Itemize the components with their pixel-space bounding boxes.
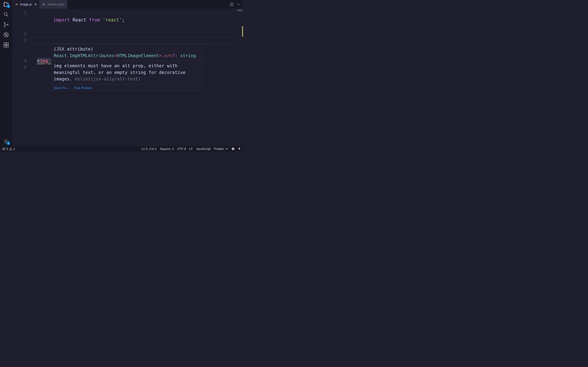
status-prettier[interactable]: Prettier: ✔	[214, 147, 228, 151]
svg-point-11	[43, 4, 44, 5]
svg-point-15	[240, 4, 240, 5]
extensions-icon[interactable]	[3, 42, 9, 48]
dirty-indicator-icon	[35, 3, 36, 5]
hover-widget: (JSX attribute) React.ImgHTMLAttributes<…	[51, 44, 204, 92]
hover-lint-message: img elements must have an alt prop, eith…	[51, 61, 204, 84]
status-bar: 0 1 Ln 5, Col 1 Spaces: 2 UTF-8 LF JavaS…	[0, 146, 243, 152]
svg-point-14	[238, 4, 239, 5]
json-file-icon	[42, 3, 45, 6]
svg-rect-8	[6, 45, 8, 47]
svg-point-18	[232, 148, 233, 149]
source-control-icon[interactable]	[3, 22, 9, 28]
status-language[interactable]: JavaScript	[196, 147, 211, 151]
tab-label: Image.js	[20, 3, 32, 6]
status-encoding[interactable]: UTF-8	[177, 147, 186, 151]
svg-rect-5	[4, 43, 6, 45]
search-icon[interactable]	[3, 12, 9, 17]
js-file-icon: JS	[15, 3, 18, 6]
svg-point-9	[5, 141, 7, 142]
settings-badge: 1	[7, 142, 10, 145]
quick-fix-link[interactable]: Quick Fix…	[54, 86, 70, 90]
svg-point-3	[7, 24, 8, 25]
tab-image-js[interactable]: JS Image.js	[12, 0, 39, 9]
tab-eslintrc[interactable]: .eslintrc.json	[39, 0, 68, 9]
svg-point-0	[4, 13, 7, 16]
current-line-highlight	[32, 37, 233, 44]
status-bell-icon[interactable]	[238, 147, 241, 150]
debug-disabled-icon[interactable]	[3, 32, 9, 38]
svg-point-1	[4, 22, 5, 23]
svg-point-19	[233, 148, 234, 149]
status-feedback-icon[interactable]	[232, 147, 235, 150]
line-number: 5	[12, 64, 32, 71]
settings-icon[interactable]: 1	[3, 138, 9, 144]
hover-signature: (JSX attribute) React.ImgHTMLAttributes<…	[51, 44, 204, 61]
tab-label: .eslintrc.json	[47, 3, 65, 6]
minimap-region	[237, 9, 242, 11]
hover-actions: Quick Fix… Peek Problem	[51, 84, 204, 92]
status-eol[interactable]: LF	[189, 147, 193, 151]
activity-bar: 1 1	[0, 0, 12, 146]
svg-point-17	[232, 148, 234, 150]
status-cursor-position[interactable]: Ln 5, Col 1	[142, 147, 157, 151]
overview-ruler-warning	[242, 26, 243, 37]
line-number: 4	[12, 58, 32, 64]
svg-point-13	[237, 4, 238, 5]
minimap[interactable]	[233, 9, 243, 146]
split-editor-icon[interactable]	[230, 2, 234, 6]
line-number: 1	[12, 10, 32, 30]
status-problems[interactable]: 0 1	[2, 147, 15, 151]
line-number: 2	[12, 30, 32, 37]
editor-tabs: JS Image.js .eslintrc.json	[12, 0, 243, 9]
svg-rect-7	[4, 45, 6, 47]
explorer-icon[interactable]: 1	[3, 1, 9, 7]
explorer-badge: 1	[7, 5, 10, 8]
code-editor[interactable]: 1 import React from 'react'; 2 3 export …	[12, 9, 243, 146]
status-indentation[interactable]: Spaces: 2	[160, 147, 174, 151]
svg-rect-6	[6, 43, 8, 45]
more-actions-icon[interactable]	[237, 2, 241, 6]
svg-point-2	[4, 26, 5, 27]
line-number: 3	[12, 37, 32, 58]
peek-problem-link[interactable]: Peek Problem	[74, 86, 92, 90]
